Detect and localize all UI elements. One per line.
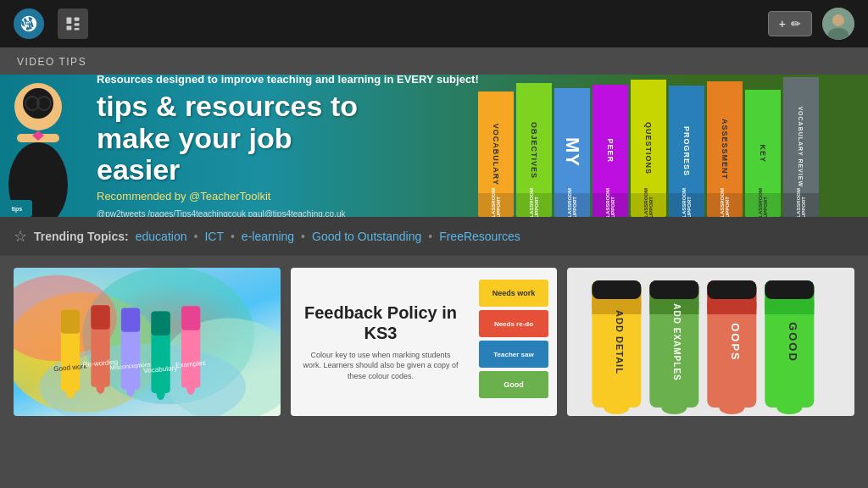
svg-text:Needs work: Needs work <box>492 289 537 297</box>
banner: tips Resources designed to improve teach… <box>0 75 868 217</box>
svg-point-59 <box>662 401 687 414</box>
wordpress-logo[interactable] <box>14 8 44 39</box>
svg-point-25 <box>66 385 75 398</box>
svg-text:Good: Good <box>504 380 525 389</box>
svg-point-41 <box>186 381 195 395</box>
navbar: + ✏ <box>0 0 868 47</box>
trending-topic-elearning[interactable]: e-learning <box>242 230 294 243</box>
svg-point-37 <box>157 386 165 400</box>
navbar-left <box>14 8 88 39</box>
svg-rect-63 <box>708 302 757 314</box>
svg-rect-1 <box>75 18 80 21</box>
user-avatar[interactable] <box>822 8 854 40</box>
banner-top-text: Resources designed to improve teaching a… <box>97 75 848 86</box>
trending-label: Trending Topics: <box>34 230 129 243</box>
svg-text:tips: tips <box>12 206 23 213</box>
svg-text:GOOD: GOOD <box>787 322 800 363</box>
svg-rect-3 <box>67 26 72 30</box>
trending-topic-freeresources[interactable]: FreeResources <box>439 230 520 243</box>
svg-text:Teacher saw: Teacher saw <box>494 351 535 358</box>
separator-dot-4: • <box>428 230 432 243</box>
svg-rect-0 <box>67 18 72 25</box>
navbar-right: + ✏ <box>768 8 854 40</box>
svg-rect-74 <box>765 280 815 299</box>
banner-title: tips & resources to make your job easier <box>97 91 848 186</box>
card-feedback-title: Feedback Policy in KS3 <box>301 302 461 343</box>
card-1-inner: Good work Re-wording Misconceptions Vo <box>14 268 281 416</box>
card-feedback-subtitle: Colour key to use when marking students … <box>301 350 461 382</box>
svg-rect-71 <box>593 280 642 299</box>
svg-text:OOPS: OOPS <box>730 323 743 362</box>
svg-rect-72 <box>650 280 699 299</box>
svg-rect-40 <box>181 306 200 330</box>
svg-point-64 <box>720 401 745 414</box>
card-feedback-policy[interactable]: Feedback Policy in KS3 Colour key to use… <box>291 268 558 416</box>
card-markers-colorful[interactable]: Good work Re-wording Misconceptions Vo <box>14 268 281 416</box>
svg-rect-4 <box>75 28 80 30</box>
svg-rect-36 <box>151 311 170 335</box>
svg-rect-24 <box>61 309 80 333</box>
edit-icon: ✏ <box>791 17 801 30</box>
banner-social-text: @pw2tweets /pages/Tips4teachingcouk paul… <box>97 209 848 217</box>
trending-topic-good-to-outstanding[interactable]: Good to Outstanding <box>312 230 421 243</box>
svg-text:ADD EXAMPLES: ADD EXAMPLES <box>673 303 682 380</box>
svg-point-69 <box>777 401 803 414</box>
star-icon: ☆ <box>14 227 27 246</box>
svg-point-6 <box>832 14 844 26</box>
cards-grid: Good work Re-wording Misconceptions Vo <box>0 256 868 428</box>
separator-dot-2: • <box>231 230 235 243</box>
svg-point-54 <box>604 401 630 414</box>
svg-rect-73 <box>708 280 757 299</box>
card-feedback-content: Feedback Policy in KS3 Colour key to use… <box>291 292 471 392</box>
trending-topic-education[interactable]: education <box>136 230 187 243</box>
svg-text:ADD DETAIL: ADD DETAIL <box>615 310 626 374</box>
trending-bar: ☆ Trending Topics: education • ICT • e-l… <box>0 217 868 256</box>
svg-rect-68 <box>765 302 815 314</box>
trending-topic-ict[interactable]: ICT <box>204 230 224 243</box>
svg-rect-2 <box>75 23 80 25</box>
svg-text:Needs re-do: Needs re-do <box>494 320 533 328</box>
separator-dot-3: • <box>301 230 305 243</box>
section-title: VIDEO TIPS <box>0 47 868 75</box>
plus-icon: + <box>779 17 786 30</box>
banner-subtitle: Recommended by @TeacherToolkit <box>97 190 848 202</box>
separator-dot-1: • <box>193 230 198 243</box>
new-post-button[interactable]: + ✏ <box>768 11 812 36</box>
content-area: VIDEO TIPS tips Resources <box>0 47 868 488</box>
svg-rect-32 <box>121 308 140 331</box>
svg-rect-28 <box>91 305 109 329</box>
banner-content: Resources designed to improve teaching a… <box>76 75 868 217</box>
svg-point-33 <box>126 383 135 396</box>
card-feedback-keys: Needs work Needs re-do Teacher saw Good <box>470 268 557 416</box>
reader-icon-btn[interactable] <box>58 8 88 39</box>
card-markers-labels[interactable]: ADD DETAIL ADD EXAMPLES OOPS G <box>567 268 854 416</box>
svg-point-29 <box>96 380 104 394</box>
